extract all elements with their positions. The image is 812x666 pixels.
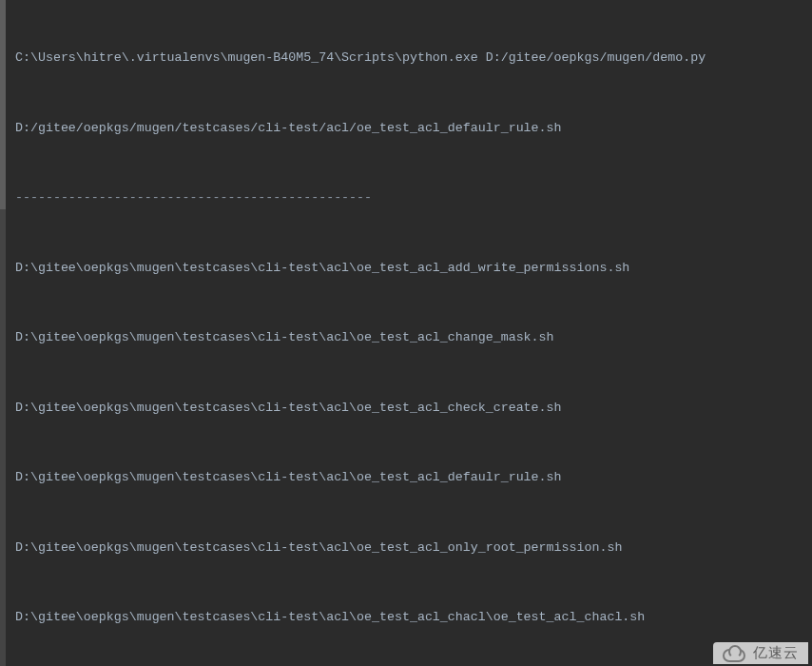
separator-1: ----------------------------------------… xyxy=(15,186,812,210)
output-line: D:\gitee\oepkgs\mugen\testcases\cli-test… xyxy=(15,397,812,421)
output-line: D:\gitee\oepkgs\mugen\testcases\cli-test… xyxy=(15,326,812,350)
output-line: D:\gitee\oepkgs\mugen\testcases\cli-test… xyxy=(15,466,812,490)
watermark: 亿速云 xyxy=(713,642,808,664)
scrollbar-thumb[interactable] xyxy=(0,0,6,209)
path-first: D:/gitee/oepkgs/mugen/testcases/cli-test… xyxy=(15,117,812,141)
terminal-output: C:\Users\hitre\.virtualenvs\mugen-B40M5_… xyxy=(2,0,812,666)
command-line: C:\Users\hitre\.virtualenvs\mugen-B40M5_… xyxy=(15,47,812,70)
cloud-icon xyxy=(721,645,747,662)
output-line: D:\gitee\oepkgs\mugen\testcases\cli-test… xyxy=(15,257,812,281)
output-line: D:\gitee\oepkgs\mugen\testcases\cli-test… xyxy=(15,606,812,630)
terminal-pane[interactable]: C:\Users\hitre\.virtualenvs\mugen-B40M5_… xyxy=(0,0,812,666)
scrollbar-track[interactable] xyxy=(0,0,6,666)
output-line: D:\gitee\oepkgs\mugen\testcases\cli-test… xyxy=(15,537,812,560)
watermark-text: 亿速云 xyxy=(753,644,799,662)
